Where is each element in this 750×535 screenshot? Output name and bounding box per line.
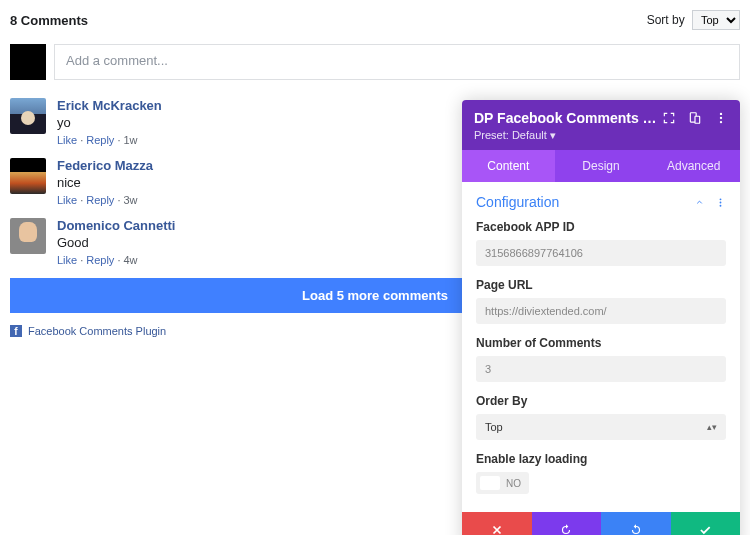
panel-footer (462, 512, 740, 535)
expand-icon[interactable] (662, 111, 676, 125)
avatar (10, 218, 46, 254)
toggle-lazy-loading[interactable]: NO (476, 472, 529, 494)
plugin-attribution-text: Facebook Comments Plugin (28, 325, 166, 337)
redo-button[interactable] (601, 512, 671, 535)
select-order-by[interactable]: Top ▴▾ (476, 414, 726, 440)
field-app-id: Facebook APP ID (476, 220, 726, 266)
tab-content[interactable]: Content (462, 150, 555, 182)
updown-icon: ▴▾ (707, 422, 717, 432)
like-link[interactable]: Like (57, 254, 77, 266)
facebook-logo-icon: f (10, 325, 22, 337)
sort-label: Sort by (647, 13, 685, 27)
tab-advanced[interactable]: Advanced (647, 150, 740, 182)
reply-link[interactable]: Reply (86, 254, 114, 266)
comment-time: 4w (123, 254, 137, 266)
svg-point-6 (720, 201, 722, 203)
close-icon (490, 523, 504, 535)
kebab-menu-icon[interactable] (714, 111, 728, 125)
panel-title: DP Facebook Comments Se... (474, 110, 662, 126)
comment-time: 3w (123, 194, 137, 206)
svg-point-4 (720, 121, 722, 123)
undo-button[interactable] (532, 512, 602, 535)
like-link[interactable]: Like (57, 134, 77, 146)
preset-label[interactable]: Preset: Default ▾ (474, 129, 728, 142)
comment-time: 1w (123, 134, 137, 146)
field-order-by: Order By Top ▴▾ (476, 394, 726, 440)
comments-header: 8 Comments Sort by Top (10, 10, 740, 30)
reply-link[interactable]: Reply (86, 194, 114, 206)
section-header: Configuration (476, 194, 726, 210)
compose-row: Add a comment... (10, 44, 740, 80)
cancel-button[interactable] (462, 512, 532, 535)
svg-rect-1 (695, 116, 700, 123)
svg-point-5 (720, 198, 722, 200)
section-title[interactable]: Configuration (476, 194, 559, 210)
avatar (10, 158, 46, 194)
field-num-comments: Number of Comments (476, 336, 726, 382)
label-lazy-loading: Enable lazy loading (476, 452, 726, 466)
tab-design[interactable]: Design (555, 150, 648, 182)
comments-count: 8 Comments (10, 13, 88, 28)
svg-point-7 (720, 204, 722, 206)
panel-body: Configuration Facebook APP ID Page URL N… (462, 182, 740, 512)
field-lazy-loading: Enable lazy loading NO (476, 452, 726, 494)
check-icon (698, 523, 712, 535)
caret-down-icon: ▾ (550, 129, 556, 141)
confirm-button[interactable] (671, 512, 741, 535)
chevron-up-icon[interactable] (694, 197, 705, 208)
reply-link[interactable]: Reply (86, 134, 114, 146)
settings-panel: DP Facebook Comments Se... Preset: Defau… (462, 100, 740, 535)
label-page-url: Page URL (476, 278, 726, 292)
label-app-id: Facebook APP ID (476, 220, 726, 234)
panel-header[interactable]: DP Facebook Comments Se... Preset: Defau… (462, 100, 740, 150)
input-app-id[interactable] (476, 240, 726, 266)
avatar (10, 98, 46, 134)
kebab-menu-icon[interactable] (715, 197, 726, 208)
svg-point-3 (720, 117, 722, 119)
sort-select[interactable]: Top (692, 10, 740, 30)
redo-icon (629, 523, 643, 535)
svg-point-2 (720, 113, 722, 115)
undo-icon (559, 523, 573, 535)
compose-input[interactable]: Add a comment... (54, 44, 740, 80)
input-num-comments[interactable] (476, 356, 726, 382)
input-page-url[interactable] (476, 298, 726, 324)
responsive-icon[interactable] (688, 111, 702, 125)
label-order-by: Order By (476, 394, 726, 408)
sort-control: Sort by Top (647, 10, 740, 30)
toggle-knob (480, 476, 500, 490)
label-num-comments: Number of Comments (476, 336, 726, 350)
toggle-state: NO (506, 478, 521, 489)
like-link[interactable]: Like (57, 194, 77, 206)
compose-avatar (10, 44, 46, 80)
panel-tabs: Content Design Advanced (462, 150, 740, 182)
field-page-url: Page URL (476, 278, 726, 324)
